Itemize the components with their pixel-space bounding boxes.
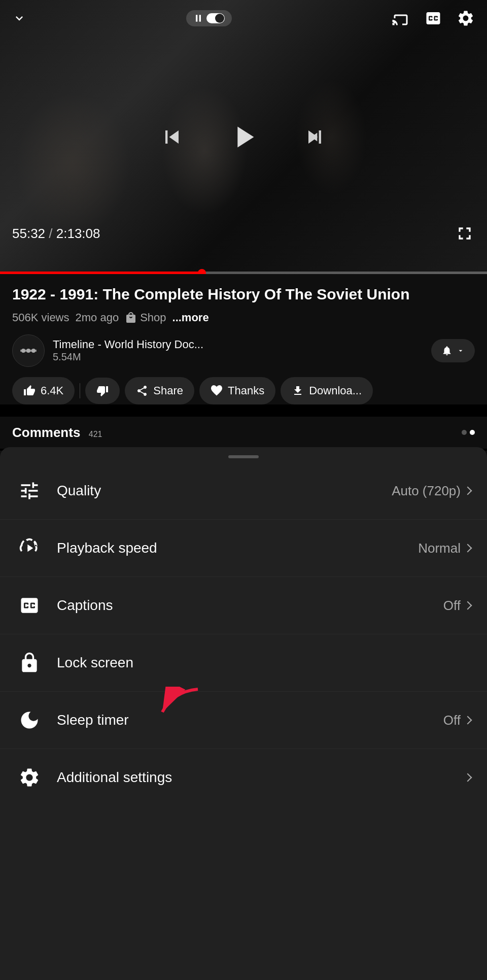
channel-name: Timeline - World History Doc... <box>53 338 423 351</box>
subscribe-button[interactable] <box>431 339 475 362</box>
svg-point-4 <box>26 349 30 353</box>
quality-menu-item[interactable]: Quality Auto (720p) <box>0 462 487 520</box>
playback-speed-chevron <box>464 544 472 553</box>
cc-icon <box>424 9 442 27</box>
cc-button[interactable] <box>424 9 442 27</box>
settings-button[interactable] <box>457 9 475 27</box>
video-info: 1922 - 1991: The Complete History Of The… <box>0 274 487 404</box>
thanks-button[interactable]: Thanks <box>199 377 275 404</box>
video-center-controls <box>159 119 328 155</box>
thanks-label: Thanks <box>228 384 264 397</box>
cast-button[interactable] <box>392 9 410 27</box>
captions-icon-wrap <box>16 592 43 619</box>
play-icon <box>226 119 261 155</box>
progress-thumb[interactable] <box>198 269 206 275</box>
chevron-down-small-icon <box>457 347 465 355</box>
lock-screen-menu-item[interactable]: Lock screen <box>0 634 487 692</box>
captions-label: Captions <box>57 597 443 614</box>
like-button[interactable]: 6.4K <box>12 377 75 404</box>
quality-label: Quality <box>57 483 392 499</box>
channel-avatar[interactable] <box>12 334 45 367</box>
download-icon <box>292 385 304 397</box>
fullscreen-icon <box>455 223 475 244</box>
skip-next-button[interactable] <box>302 124 328 150</box>
progress-fill <box>0 272 202 274</box>
progress-bar[interactable] <box>0 272 487 274</box>
channel-info: Timeline - World History Doc... 5.54M <box>53 338 423 363</box>
svg-point-3 <box>21 349 25 353</box>
svg-point-6 <box>27 546 31 550</box>
collapse-button[interactable] <box>12 11 26 25</box>
bell-icon <box>441 345 453 356</box>
fullscreen-button[interactable] <box>455 223 475 244</box>
playback-speed-menu-item[interactable]: Playback speed Normal <box>0 520 487 577</box>
quality-chevron <box>464 487 472 495</box>
video-player[interactable]: 55:32 / 2:13:08 <box>0 0 487 274</box>
comments-header: Comments 421 <box>12 425 102 441</box>
sleep-icon-wrap <box>16 707 43 733</box>
share-button[interactable]: Share <box>125 377 194 404</box>
video-bottom-controls: 55:32 / 2:13:08 <box>0 223 487 244</box>
settings-bottom-sheet: Quality Auto (720p) Playback speed Norma… <box>0 447 487 980</box>
comments-label: Comments <box>12 425 80 440</box>
thumbs-up-icon <box>23 385 36 397</box>
svg-rect-1 <box>199 15 201 21</box>
additional-settings-label: Additional settings <box>57 769 465 786</box>
pause-toggle[interactable] <box>186 10 232 26</box>
svg-rect-0 <box>196 15 197 21</box>
playback-speed-value: Normal <box>418 540 471 556</box>
skip-previous-icon <box>159 124 185 150</box>
lock-icon-wrap <box>16 650 43 676</box>
skip-next-icon <box>302 124 328 150</box>
skip-previous-button[interactable] <box>159 124 185 150</box>
gear-icon <box>457 9 475 27</box>
video-top-controls <box>0 0 487 37</box>
sleep-timer-menu-item[interactable]: Sleep timer Off <box>0 692 487 749</box>
comments-sort-dots <box>462 430 475 435</box>
download-label: Downloa... <box>309 384 362 397</box>
playback-speed-icon-wrap <box>16 535 43 561</box>
sleep-timer-value: Off <box>443 713 471 728</box>
share-icon <box>136 385 148 397</box>
video-meta: 506K views 2mo ago Shop ...more <box>12 311 475 324</box>
quality-value: Auto (720p) <box>392 483 471 499</box>
play-button[interactable] <box>226 119 261 155</box>
additional-settings-chevron <box>464 773 472 782</box>
additional-settings-icon-wrap <box>16 764 43 791</box>
sheet-handle[interactable] <box>0 447 487 462</box>
divider <box>80 383 80 398</box>
dot-1 <box>462 430 467 435</box>
video-title: 1922 - 1991: The Complete History Of The… <box>12 284 475 305</box>
thanks-icon <box>211 385 223 397</box>
sleep-icon <box>18 709 41 731</box>
captions-menu-item[interactable]: Captions Off <box>0 577 487 634</box>
download-button[interactable]: Downloa... <box>281 377 373 404</box>
lock-screen-label: Lock screen <box>57 655 471 671</box>
thumbs-down-icon <box>96 385 109 397</box>
upload-time: 2mo ago <box>76 311 119 324</box>
additional-settings-value <box>465 774 471 781</box>
channel-logo-icon <box>18 341 39 361</box>
channel-row: Timeline - World History Doc... 5.54M <box>12 334 475 367</box>
playback-speed-label: Playback speed <box>57 540 418 556</box>
cast-icon <box>392 9 410 27</box>
share-label: Share <box>153 384 183 397</box>
quality-icon-wrap <box>16 478 43 504</box>
action-buttons: 6.4K Share Thanks Downloa... <box>12 377 475 404</box>
top-right-controls <box>392 9 475 27</box>
time-display: 55:32 / 2:13:08 <box>12 226 100 242</box>
shop-link[interactable]: Shop <box>125 311 166 324</box>
svg-point-5 <box>31 349 36 353</box>
sleep-timer-label: Sleep timer <box>57 712 443 728</box>
more-button[interactable]: ...more <box>172 311 209 324</box>
chevron-down-icon <box>12 9 26 27</box>
captions-value: Off <box>443 598 471 614</box>
comments-section[interactable]: Comments 421 <box>0 417 487 449</box>
dot-2 <box>470 430 475 435</box>
additional-settings-menu-item[interactable]: Additional settings <box>0 749 487 806</box>
like-count: 6.4K <box>41 384 63 397</box>
dislike-button[interactable] <box>85 378 120 404</box>
pause-icon <box>193 13 203 23</box>
captions-icon <box>18 594 41 617</box>
view-count: 506K views <box>12 311 69 324</box>
